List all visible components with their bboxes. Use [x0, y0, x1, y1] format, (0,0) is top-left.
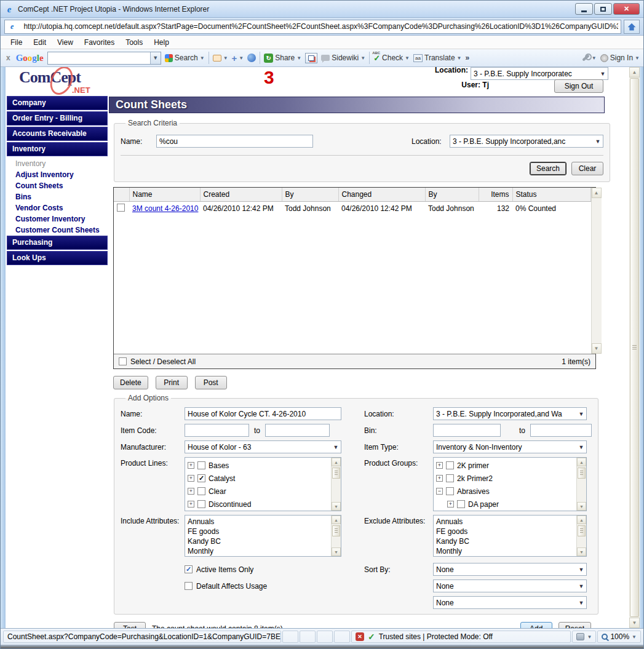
col-changed[interactable]: Changed: [338, 188, 425, 201]
delete-button[interactable]: Delete: [113, 376, 148, 389]
search-name-input[interactable]: [156, 135, 313, 148]
listbox-scrollbar[interactable]: ▲▼: [576, 516, 586, 556]
product-line-checkbox[interactable]: [197, 500, 205, 508]
bin-from-input[interactable]: [433, 424, 501, 437]
product-group-item[interactable]: +2K primer: [436, 459, 576, 472]
product-group-item[interactable]: −Abrasives: [436, 485, 576, 498]
active-items-only[interactable]: Active Items Only: [185, 565, 253, 574]
sidebar-item-purchasing[interactable]: Purchasing: [7, 236, 108, 250]
product-line-item[interactable]: +Bases: [188, 459, 331, 472]
tree-expand-icon[interactable]: +: [188, 475, 194, 482]
scroll-down-icon[interactable]: ▼: [577, 547, 586, 556]
refresh-compat-button[interactable]: [624, 20, 640, 34]
toolbar-close-icon[interactable]: x: [4, 54, 12, 62]
toolbar-search-button[interactable]: Search▼: [165, 54, 205, 62]
minimize-button[interactable]: [575, 3, 593, 15]
scroll-up-icon[interactable]: ▲: [577, 516, 586, 524]
item-code-to-input[interactable]: [265, 424, 330, 437]
product-group-checkbox[interactable]: [446, 461, 454, 469]
col-created[interactable]: Created: [200, 188, 282, 201]
page-scrollbar[interactable]: ▲ ▼: [629, 67, 640, 628]
search-history-dropdown[interactable]: ▼: [150, 52, 161, 64]
col-created-by[interactable]: By: [282, 188, 338, 201]
add-location-select[interactable]: 3 - P.B.E. Supply Incorporated,and Wa ▼: [433, 407, 587, 420]
default-affects-usage[interactable]: Default Affects Usage: [185, 582, 267, 591]
menu-file[interactable]: File: [6, 37, 27, 48]
exclude-attributes-listbox[interactable]: Annuals FE goods Kandy BC Monthly ▲▼: [433, 515, 587, 557]
toolbar-translate-button[interactable]: aa Translate▼: [413, 54, 462, 62]
add-button[interactable]: Add: [520, 622, 552, 628]
toolbar-add-button[interactable]: +▼: [232, 53, 244, 63]
bin-to-input[interactable]: [530, 424, 592, 437]
scroll-down-icon[interactable]: ▼: [332, 547, 341, 556]
sort-by-select-2[interactable]: None ▼: [433, 579, 587, 592]
sort-by-select-1[interactable]: None ▼: [433, 563, 587, 576]
scroll-up-icon[interactable]: ▲: [332, 516, 341, 524]
attribute-option[interactable]: Kandy BC: [436, 536, 576, 546]
product-group-checkbox[interactable]: [446, 474, 454, 482]
sidebar-item-company[interactable]: Company: [7, 96, 108, 110]
toolbar-check-button[interactable]: ABC✓ Check▼: [373, 54, 410, 63]
product-group-checkbox[interactable]: [457, 500, 465, 508]
tree-expand-icon[interactable]: +: [188, 462, 194, 469]
toolbar-more-button[interactable]: »: [466, 54, 470, 62]
menu-help[interactable]: Help: [149, 37, 174, 48]
tree-expand-icon[interactable]: +: [436, 462, 443, 469]
tree-collapse-icon[interactable]: −: [436, 488, 443, 495]
scroll-down-icon[interactable]: ▼: [332, 502, 341, 511]
col-name[interactable]: Name: [129, 188, 200, 201]
attribute-option[interactable]: Kandy BC: [188, 536, 331, 546]
menu-view[interactable]: View: [52, 37, 78, 48]
scroll-up-icon[interactable]: ▲: [592, 188, 602, 198]
scroll-up-icon[interactable]: ▲: [629, 67, 640, 78]
reset-button[interactable]: Reset: [559, 622, 591, 628]
sidebar-item-look-ups[interactable]: Look Ups: [7, 251, 108, 265]
sort-by-select-3[interactable]: None ▼: [433, 596, 587, 609]
sidebar-item-vendor-costs[interactable]: Vendor Costs: [7, 202, 108, 213]
product-line-checkbox[interactable]: [197, 474, 205, 482]
toolbar-earth-button[interactable]: [247, 54, 256, 62]
scroll-down-icon[interactable]: ▼: [629, 618, 640, 628]
attribute-option[interactable]: Monthly: [188, 546, 331, 556]
default-affects-checkbox[interactable]: [185, 582, 193, 590]
scroll-thumb[interactable]: [630, 78, 639, 617]
post-button[interactable]: Post: [195, 376, 227, 389]
listbox-scrollbar[interactable]: ▲▼: [576, 458, 586, 511]
product-group-item[interactable]: +2k Primer2: [436, 472, 576, 485]
table-scrollbar[interactable]: ▲ ▼: [591, 188, 602, 354]
maximize-button[interactable]: [594, 3, 612, 15]
product-group-checkbox[interactable]: [446, 487, 454, 495]
page-error-icon[interactable]: ✕: [356, 632, 364, 641]
sidebar-item-accounts-receivable[interactable]: Accounts Receivable: [7, 127, 108, 141]
attribute-option[interactable]: FE goods: [188, 527, 331, 536]
tree-expand-icon[interactable]: +: [188, 501, 194, 508]
product-lines-listbox[interactable]: +Bases +Catalyst +Clear +Discontinued ▲▼: [185, 457, 341, 511]
attribute-option[interactable]: Annuals: [436, 517, 576, 527]
toolbar-settings-button[interactable]: ▼: [582, 55, 597, 61]
select-all-checkbox[interactable]: [119, 357, 127, 365]
toolbar-window-button[interactable]: [305, 53, 317, 63]
menu-favorites[interactable]: Favorites: [79, 37, 119, 48]
scroll-up-icon[interactable]: ▲: [577, 458, 586, 466]
scroll-down-icon[interactable]: ▼: [577, 502, 586, 511]
include-attributes-listbox[interactable]: Annuals FE goods Kandy BC Monthly ▲▼: [185, 515, 341, 557]
row-checkbox[interactable]: [117, 204, 125, 212]
col-status[interactable]: Status: [512, 188, 590, 201]
product-group-item[interactable]: +DA paper: [436, 498, 576, 511]
product-groups-listbox[interactable]: +2K primer +2k Primer2 −Abrasives +DA pa…: [433, 457, 587, 511]
close-button[interactable]: ✕: [613, 3, 640, 15]
listbox-scrollbar[interactable]: ▲▼: [331, 458, 341, 511]
print-button[interactable]: Print: [156, 376, 188, 389]
sidebar-item-order-entry-billing[interactable]: Order Entry - Billing: [7, 111, 108, 125]
attribute-option[interactable]: Annuals: [188, 517, 331, 527]
test-button[interactable]: Test: [114, 622, 146, 628]
manufacturer-select[interactable]: House of Kolor - 63 ▼: [185, 440, 341, 453]
clear-button[interactable]: Clear: [571, 162, 603, 175]
scroll-down-icon[interactable]: ▼: [592, 343, 602, 354]
item-code-from-input[interactable]: [185, 424, 249, 437]
product-line-checkbox[interactable]: [197, 461, 205, 469]
add-name-input[interactable]: [185, 407, 341, 420]
sidebar-item-customer-count-sheets[interactable]: Customer Count Sheets: [7, 225, 108, 236]
active-items-checkbox[interactable]: [185, 565, 193, 573]
product-line-item[interactable]: +Catalyst: [188, 472, 331, 485]
